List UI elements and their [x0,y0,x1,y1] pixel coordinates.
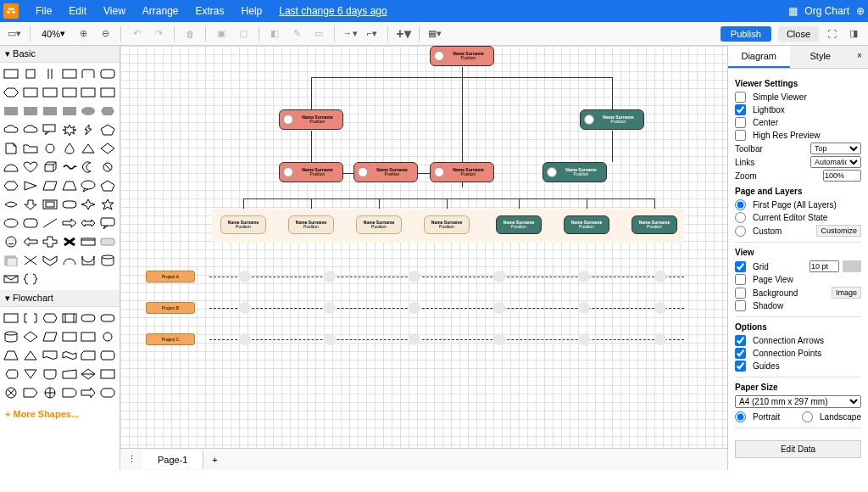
fc-manual[interactable] [61,366,78,383]
org-node-leaf[interactable]: Name SurnamePosition [564,215,609,234]
fc-doc[interactable] [42,347,58,364]
shape-cross[interactable] [61,233,78,250]
shape-circle[interactable] [42,140,58,157]
shape-rect-5[interactable] [61,84,78,101]
project-slot[interactable] [578,302,590,314]
shapes-section-basic[interactable]: ▾ Basic [0,46,120,63]
current-editor-radio[interactable] [735,212,746,223]
shape-drop[interactable] [61,140,78,157]
delete-icon[interactable]: 🗑 [181,25,199,43]
shape-hex[interactable] [3,177,19,194]
project-slot[interactable] [654,271,666,282]
shape-cloud[interactable] [3,121,19,138]
shape-btn[interactable] [99,233,116,250]
canvas[interactable]: Name SurnamePosition Name SurnamePositio… [120,46,727,448]
fc-circle[interactable] [99,328,116,345]
guides-checkbox[interactable] [735,361,746,372]
waypoints-icon[interactable]: ⌐▾ [363,25,381,43]
page-menu-icon[interactable]: ⋮ [120,454,142,465]
org-node-leaf[interactable]: Name SurnamePosition [220,215,266,234]
shadow-checkbox[interactable] [735,300,746,311]
shapes-section-flowchart[interactable]: ▾ Flowchart [0,290,120,307]
project-slot[interactable] [239,271,251,282]
chat-icon[interactable]: ▦ [788,5,798,17]
project-slot[interactable] [409,302,420,314]
fc-pill2[interactable] [99,310,116,327]
project-slot[interactable] [578,271,590,282]
shape-bubble[interactable] [99,215,116,232]
close-format-icon[interactable]: × [851,46,868,68]
shape-pentagon[interactable] [99,121,116,138]
menu-help[interactable]: Help [233,5,271,17]
fullscreen-icon[interactable]: ⛶ [822,25,841,43]
fc-rect4[interactable] [99,366,116,383]
to-front-icon[interactable]: ▣ [212,25,231,43]
project-slot[interactable] [324,302,336,314]
shape-rect-3[interactable] [22,84,39,101]
project-slot[interactable] [654,302,666,314]
org-node-leaf[interactable]: Name SurnamePosition [496,215,542,234]
project-slot[interactable] [578,333,590,345]
shape-note[interactable] [3,252,19,269]
fc-xcirc[interactable] [3,384,19,401]
format-panel-icon[interactable]: ◨ [844,25,863,43]
shape-rect-4[interactable] [42,84,58,101]
shape-tri-r[interactable] [22,177,39,194]
project-card[interactable]: Project A [146,271,195,282]
shape-folder[interactable] [22,140,39,157]
shape-frame[interactable] [42,196,58,213]
shape-heart[interactable] [22,159,39,176]
shape-filled-2[interactable] [22,103,39,120]
paper-size-select[interactable]: A4 (210 mm x 297 mm) [735,395,861,408]
globe-icon[interactable]: ⊕ [856,5,865,17]
project-slot[interactable] [493,333,505,345]
first-page-radio[interactable] [735,199,746,210]
document-title[interactable]: Org Chart [804,5,849,17]
fc-tri-d[interactable] [22,366,39,383]
insert-icon[interactable]: +▾ [394,25,413,43]
shape-plus[interactable] [42,233,58,250]
shape-diamond[interactable] [99,140,116,157]
org-node-leaf[interactable]: Name SurnamePosition [424,215,470,234]
shape-trap[interactable] [61,177,78,194]
toolbar-select[interactable]: Top [810,143,861,154]
menu-extras[interactable]: Extras [187,5,233,17]
fill-color-icon[interactable]: ◧ [265,25,284,43]
shape-cyl[interactable] [99,252,116,269]
landscape-radio[interactable] [802,411,813,422]
menu-view[interactable]: View [95,5,134,17]
view-mode-icon[interactable]: ▭▾ [5,25,24,43]
redo-icon[interactable]: ↷ [149,25,168,43]
fc-cross[interactable] [42,384,58,401]
org-node[interactable]: Name SurnamePosition [279,162,343,182]
fc-disk[interactable] [99,347,116,364]
shape-arrow-l[interactable] [22,233,39,250]
table-icon[interactable]: ▦▾ [426,25,444,43]
shape-round2[interactable] [22,215,39,232]
customize-button[interactable]: Customize [816,225,861,237]
more-shapes-button[interactable]: + More Shapes... [0,404,120,424]
project-slot[interactable] [493,302,505,314]
shape-arrow-both[interactable] [80,215,97,232]
fc-rect3[interactable] [80,328,97,345]
line-color-icon[interactable]: ✎ [287,25,306,43]
shape-smile[interactable] [3,233,19,250]
project-slot[interactable] [324,271,336,282]
edit-data-button[interactable]: Edit Data [735,440,861,458]
shape-arc[interactable] [61,252,78,269]
fc-shield[interactable] [42,366,58,383]
grid-size-input[interactable] [810,260,839,272]
shape-oval[interactable] [3,215,19,232]
portrait-radio[interactable] [735,411,746,422]
shape-scribble[interactable] [61,159,78,176]
shape-star4[interactable] [80,196,97,213]
publish-button[interactable]: Publish [721,26,771,42]
shape-line-v[interactable] [42,65,58,82]
shape-cap[interactable] [80,65,97,82]
menu-arrange[interactable]: Arrange [134,5,187,17]
fc-display[interactable] [3,366,19,383]
shape-ellipse-f[interactable] [80,103,97,120]
grid-checkbox[interactable] [735,261,746,272]
org-node[interactable]: Name SurnamePosition [430,162,494,182]
shape-rect-7[interactable] [99,84,116,101]
